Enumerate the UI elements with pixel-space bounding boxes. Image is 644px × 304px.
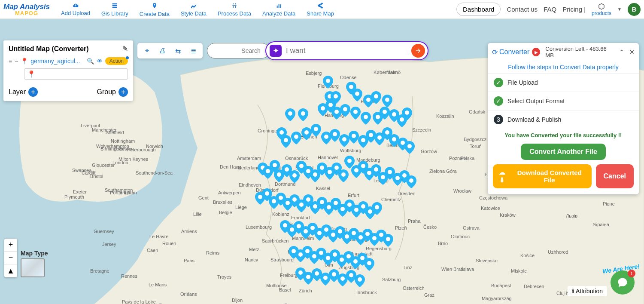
add-group-button[interactable]: Group+ [97, 87, 128, 97]
process-icon [231, 2, 238, 10]
check-icon: ✓ [494, 78, 503, 87]
products-link[interactable]: products [592, 3, 611, 16]
iwant-input[interactable] [286, 46, 407, 55]
dashboard-button[interactable]: Dashboard [456, 3, 501, 16]
iwant-plus-button[interactable]: ✦ [270, 45, 282, 57]
share-icon [317, 2, 324, 10]
dropdown-icon[interactable]: ▼ [617, 7, 622, 12]
cube-icon [598, 3, 605, 10]
youtube-icon[interactable]: ▶ [532, 48, 540, 56]
nav-style-data[interactable]: Style Data [176, 1, 211, 18]
converter-title: ⟳ Converter [492, 48, 529, 56]
pricing-link[interactable]: Pricing | [562, 6, 586, 13]
map-canvas[interactable]: LondonParisBerlinAmsterdamHamburgPrahaWi… [0, 19, 644, 304]
brand-logo[interactable]: Map Analysis MAPOG [3, 3, 50, 16]
step-label: Select Output Format [507, 98, 565, 104]
point-icon: 📍 [27, 70, 36, 78]
success-message: You have Converted your file successfull… [488, 129, 639, 142]
converter-subtitle: Follow the steps to Convert Data properl… [488, 61, 639, 73]
action-chip[interactable]: Action [105, 57, 128, 65]
converter-panel: ⟳ Converter ▶ Conversion Left - 483.66 M… [488, 43, 639, 194]
converter-step-2[interactable]: ✓Select Output Format [488, 92, 639, 110]
top-nav-bar: Map Analysis MAPOG Add UploadGis Library… [0, 0, 644, 19]
nav-share-map[interactable]: Share Map [302, 1, 338, 18]
arrow-right-icon [415, 47, 422, 54]
step-number: 3 [494, 115, 503, 124]
layer-panel: Untitled Map (Converter) ✎ ≡ − 📍 germany… [3, 40, 133, 101]
step-label: Download & Publish [507, 116, 561, 123]
zoom-control: + − ▲ [4, 239, 17, 277]
contact-link[interactable]: Contact us [507, 6, 538, 13]
add-layer-button[interactable]: Layer+ [9, 87, 38, 97]
map-type-switcher: Map Type [21, 250, 48, 277]
zoom-in-button[interactable]: + [4, 239, 17, 252]
library-icon [111, 2, 118, 10]
nav-create-data[interactable]: Create Data [135, 1, 174, 18]
faq-link[interactable]: FAQ [544, 6, 556, 13]
print-icon[interactable]: 🖨 [158, 46, 167, 55]
style-icon [190, 2, 197, 10]
cloud-upload-icon [72, 3, 79, 10]
iwant-go-button[interactable] [411, 44, 425, 58]
zoom-to-layer-icon[interactable]: 🔍 [87, 58, 94, 64]
chat-count-badge: 1 [628, 270, 635, 277]
zoom-out-button[interactable]: − [4, 252, 17, 264]
measure-icon[interactable]: ⇆ [173, 46, 182, 55]
user-avatar[interactable]: B [628, 3, 641, 16]
cloud-download-icon: ☁⬇ [496, 169, 508, 184]
close-panel-icon[interactable]: ✕ [629, 49, 635, 55]
layer-geometry-row[interactable]: 📍 [24, 68, 128, 80]
conversion-remaining: Conversion Left - 483.66 MB [545, 46, 613, 58]
attribution-button[interactable]: ℹ Attribution [568, 286, 607, 296]
layer-name[interactable]: germany_agricul... [30, 58, 84, 64]
refresh-icon[interactable]: ⟳ [492, 48, 498, 56]
search-box[interactable]: 🔍 [207, 43, 270, 58]
nav-analyze-data[interactable]: Analyze Data [258, 1, 300, 18]
nav-gis-library[interactable]: Gis Library [97, 1, 133, 18]
nav-add-upload[interactable]: Add Upload [57, 1, 94, 18]
info-icon: ℹ [572, 288, 574, 295]
cancel-button[interactable]: Cancel [596, 164, 634, 188]
collapse-panel-icon[interactable]: ⌃ [619, 49, 624, 55]
map-title: Untitled Map (Converter) [9, 45, 89, 53]
converter-step-3[interactable]: 3Download & Publish [488, 110, 639, 129]
north-button[interactable]: ▲ [4, 264, 17, 277]
edit-title-icon[interactable]: ✎ [122, 45, 128, 53]
step-label: File Upload [507, 79, 538, 86]
basemap-thumbnail[interactable] [21, 258, 45, 277]
legend-icon[interactable]: ≣ [189, 46, 197, 55]
convert-another-button[interactable]: Convert Another File [521, 144, 606, 160]
iwant-box: ✦ [265, 41, 428, 60]
analyze-icon [275, 2, 283, 10]
map-toolbar: ⌖ 🖨 ⇆ ≣ 🔍 [137, 43, 270, 58]
chat-button[interactable]: 1 [611, 270, 635, 295]
visibility-icon[interactable]: 👁 [97, 58, 103, 64]
converter-step-1[interactable]: ✓File Upload [488, 73, 639, 92]
pin-icon [152, 2, 158, 11]
chat-icon [617, 276, 629, 289]
nav-process-data[interactable]: Process Data [213, 1, 255, 18]
pin-icon: 📍 [21, 58, 28, 64]
check-icon: ✓ [494, 96, 503, 106]
download-converted-button[interactable]: ☁⬇ Download Converted File [493, 164, 592, 188]
drag-handle-icon[interactable]: ≡ [9, 58, 12, 64]
collapse-icon[interactable]: − [15, 58, 18, 64]
locate-icon[interactable]: ⌖ [143, 46, 151, 55]
